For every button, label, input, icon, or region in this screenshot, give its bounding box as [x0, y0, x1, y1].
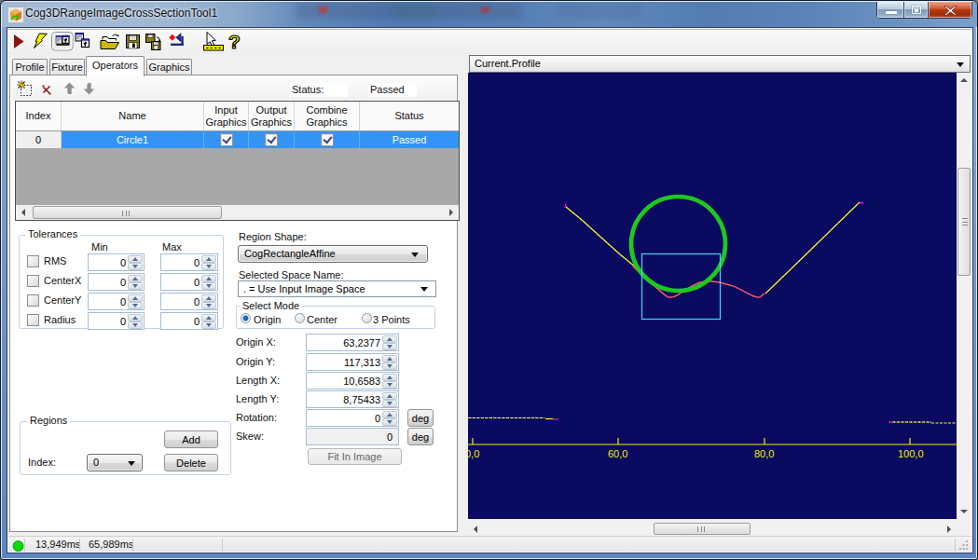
svg-text:60,0: 60,0	[608, 448, 627, 459]
svg-text:100,0: 100,0	[898, 448, 924, 459]
svg-text:0,0: 0,0	[468, 448, 479, 459]
svg-text:80,0: 80,0	[754, 448, 774, 459]
svg-text:?: ?	[228, 31, 241, 52]
